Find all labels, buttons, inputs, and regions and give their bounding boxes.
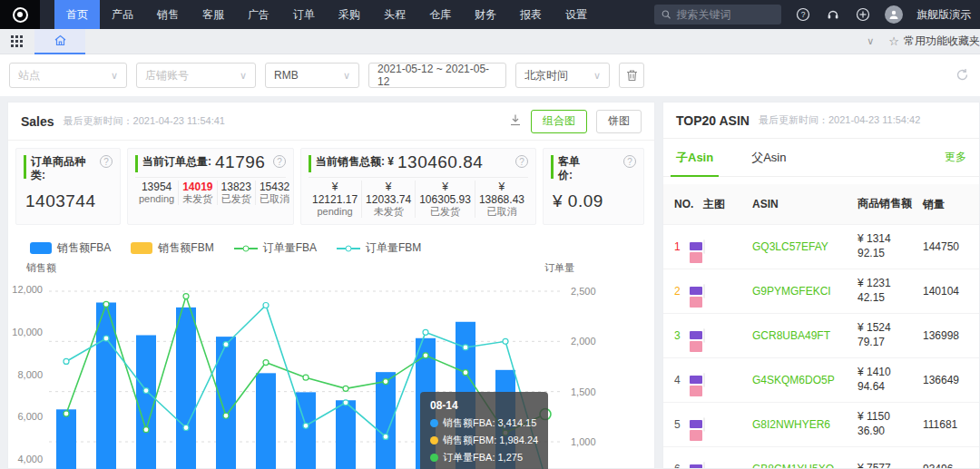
nav-item-first-leg[interactable]: 头程 (372, 0, 417, 29)
date-range-picker[interactable]: 2021-05-12 ~ 2021-05-12 (368, 63, 506, 88)
nav-item-sales[interactable]: 销售 (145, 0, 191, 29)
substat-unshipped: ¥ 12033.74未发货 (361, 181, 415, 218)
legend-item-fbm-orders[interactable]: 订单量FBM (337, 240, 421, 256)
main-content: Sales 最后更新时间：2021-04-23 11:54:41 组合图 饼图 … (0, 96, 980, 469)
help-circle-icon[interactable]: ? (623, 155, 636, 168)
app-logo[interactable] (0, 0, 40, 29)
globe-language-icon[interactable] (855, 6, 871, 23)
legend-item-fba-sales[interactable]: 销售额FBA (30, 240, 111, 256)
nav-item-products[interactable]: 产品 (100, 0, 145, 29)
currency-select[interactable]: RMB∨ (265, 63, 359, 88)
clear-filters-button[interactable] (619, 63, 644, 88)
svg-text:2,000: 2,000 (571, 337, 596, 347)
tooltip-dot (430, 454, 438, 462)
tab-home[interactable] (34, 29, 85, 54)
tabs-overflow-chevron-icon[interactable]: ∨ (867, 35, 874, 47)
svg-text:4,000: 4,000 (17, 454, 43, 464)
table-row[interactable]: 1 GQ3LC57EFAY ¥ 131492.15 144750 (663, 224, 979, 269)
nav-item-finance[interactable]: 财务 (463, 0, 508, 29)
site-select[interactable]: 站点∨ (9, 63, 127, 88)
nav-item-service[interactable]: 客服 (191, 0, 236, 29)
nav-item-ads[interactable]: 广告 (236, 0, 281, 29)
pie-chart-button[interactable]: 饼图 (596, 110, 642, 133)
tooltip-date: 08-14 (430, 397, 538, 415)
nav-item-settings[interactable]: 设置 (554, 0, 599, 29)
more-link[interactable]: 更多 (945, 150, 966, 165)
table-row[interactable]: 5 G8I2NWHYER6 ¥ 115036.90 111681 (663, 402, 979, 446)
apps-grid-icon[interactable] (0, 29, 34, 54)
star-icon: ☆ (888, 34, 899, 48)
substat-shipped: 13823已发货 (217, 181, 255, 205)
kpi-card-sales-total: 当前销售总额: ¥ 130460.84 ? ¥ 12121.17pending … (300, 148, 536, 225)
green-accent-bar (135, 155, 138, 172)
top20-asin-panel: TOP20 ASIN 最后更新时间：2021-04-23 11:54:42 子A… (662, 102, 980, 469)
filter-bar: 站点∨ 店铺账号∨ RMB∨ 2021-05-12 ~ 2021-05-12 北… (0, 54, 980, 96)
nav-item-orders[interactable]: 订单 (281, 0, 327, 29)
tab-parent-asin[interactable]: 父Asin (751, 139, 786, 177)
substat-pending: ¥ 12121.17pending (309, 181, 361, 218)
legend-item-fbm-sales[interactable]: 销售额FBM (131, 240, 213, 256)
kpi-card-order-sku-count: 订单商品种类: ? 1403744 (15, 148, 121, 225)
home-icon (54, 34, 67, 47)
chevron-down-icon: ∨ (240, 70, 247, 82)
global-search[interactable] (654, 5, 781, 24)
tooltip-dot (430, 419, 438, 427)
legend-item-fba-orders[interactable]: 订单量FBA (234, 240, 317, 256)
nav-item-home[interactable]: 首页 (54, 0, 100, 29)
combo-chart[interactable]: 2,5002,0001,5001,00012,00010,0008,0006,0… (8, 276, 654, 469)
asin-link: G8I2NWHYER6 (752, 418, 858, 431)
favorites-shortcut[interactable]: ☆ 常用功能收藏夹 (888, 34, 980, 49)
kpi-value: 1403744 (25, 191, 113, 211)
chart-tooltip: 08-14 销售额FBA: 3,414.15 销售额FBM: 1,984.24 … (420, 392, 548, 469)
headset-support-icon[interactable] (825, 6, 841, 23)
refresh-icon[interactable] (956, 68, 969, 85)
kpi-value: ¥ 0.09 (553, 191, 636, 211)
shop-account-select[interactable]: 店铺账号∨ (136, 63, 256, 88)
help-circle-icon[interactable]: ? (100, 155, 113, 168)
product-thumbnail (703, 417, 705, 432)
substat-unshipped: 14019未发货 (178, 181, 216, 205)
table-row[interactable]: 2 G9PYMGFEKCI ¥ 123142.15 140104 (663, 269, 979, 313)
nav-item-reports[interactable]: 报表 (508, 0, 554, 29)
table-row[interactable]: 4 G4SKQM6DO5P ¥ 141094.64 136649 (663, 357, 979, 402)
svg-text:1,500: 1,500 (571, 386, 596, 397)
top20-tabs: 子Asin 父Asin 更多 (663, 139, 979, 177)
product-thumbnail (703, 239, 705, 254)
tab-child-asin[interactable]: 子Asin (676, 139, 713, 177)
user-plan-label[interactable]: 旗舰版演示 (916, 7, 971, 23)
left-axis-title: 销售额 (26, 261, 56, 275)
top20-table-header: NO. 主图 ASIN 商品销售额 销量 (663, 184, 979, 224)
nav-item-purchase[interactable]: 采购 (327, 0, 372, 29)
kpi-title: 订单商品种类: (31, 155, 89, 182)
kpi-cards: 订单商品种类: ? 1403744 当前订单总量: 41796 ? 13954p… (8, 141, 654, 232)
combo-chart-button[interactable]: 组合图 (531, 110, 587, 133)
table-row[interactable]: 6 GB8CM1YH5XO ¥ 7577 93496 (663, 446, 979, 469)
help-circle-icon[interactable]: ? (515, 155, 528, 168)
substat-cancelled: ¥ 13868.43已取消 (475, 181, 528, 218)
help-circle-icon[interactable]: ? (273, 155, 286, 168)
asin-link: G9PYMGFEKCI (752, 285, 858, 298)
table-row[interactable]: 3 GCR8UBA49FT ¥ 152479.17 136998 (663, 313, 979, 357)
nav-item-warehouse[interactable]: 仓库 (417, 0, 463, 29)
download-icon[interactable] (509, 113, 522, 130)
product-thumbnail (703, 328, 705, 343)
search-input[interactable] (676, 8, 774, 21)
chevron-down-icon: ∨ (111, 70, 118, 82)
asin-link: G4SKQM6DO5P (752, 374, 858, 386)
asin-link: GCR8UBA49FT (752, 329, 858, 342)
substat-cancelled: 15432已取消 (255, 181, 293, 205)
asin-link: GB8CM1YH5XO (752, 463, 858, 469)
trash-icon (626, 69, 638, 82)
timezone-select[interactable]: 北京时间∨ (515, 63, 610, 88)
legend-swatch (30, 242, 52, 254)
sales-title: Sales (21, 114, 54, 129)
kpi-title: 当前订单总量: (142, 155, 211, 169)
svg-text:10,000: 10,000 (12, 327, 43, 337)
help-icon[interactable]: ? (795, 6, 811, 23)
kpi-title: 当前销售总额: ¥ (316, 155, 394, 169)
kpi-value: 41796 (215, 152, 265, 172)
user-avatar[interactable] (885, 5, 903, 24)
top20-title: TOP20 ASIN (676, 113, 750, 128)
green-accent-bar (24, 155, 26, 179)
kpi-card-order-total: 当前订单总量: 41796 ? 13954pending 14019未发货 13… (127, 148, 294, 225)
